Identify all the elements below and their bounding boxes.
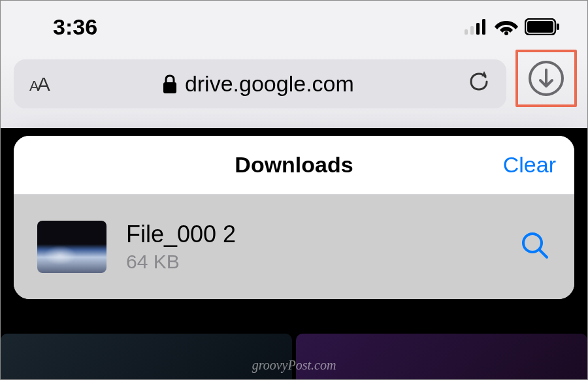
text-size-button[interactable]: AA <box>29 73 48 95</box>
svg-rect-3 <box>482 19 485 35</box>
media-tile[interactable] <box>1 334 292 379</box>
download-icon <box>528 60 564 97</box>
status-icons <box>465 18 561 35</box>
media-tile[interactable] <box>296 334 587 379</box>
file-thumbnail <box>37 221 106 273</box>
svg-line-12 <box>540 250 547 257</box>
status-time: 3:36 <box>53 14 97 40</box>
address-bar[interactable]: AA drive.google.com <box>14 59 506 108</box>
battery-icon <box>525 18 561 35</box>
svg-rect-8 <box>163 82 176 93</box>
cellular-icon <box>465 19 488 35</box>
svg-rect-0 <box>465 29 468 35</box>
downloads-button-highlight <box>515 50 577 107</box>
clear-button[interactable]: Clear <box>503 152 556 178</box>
downloads-button[interactable] <box>528 60 564 97</box>
svg-rect-7 <box>557 24 559 30</box>
svg-point-4 <box>504 31 508 35</box>
svg-rect-2 <box>476 23 480 35</box>
device-frame: 3:36 AA <box>0 0 588 380</box>
reload-button[interactable] <box>468 69 491 99</box>
download-item[interactable]: File_000 2 64 KB <box>14 195 574 299</box>
svg-rect-1 <box>470 26 474 35</box>
popover-title: Downloads <box>14 152 574 178</box>
file-info: File_000 2 64 KB <box>126 221 500 273</box>
watermark: groovyPost.com <box>252 358 336 373</box>
browser-toolbar: AA drive.google.com <box>1 53 587 128</box>
popover-header: Downloads Clear <box>14 136 574 195</box>
reveal-file-button[interactable] <box>519 230 551 264</box>
lock-icon <box>163 74 177 94</box>
file-name: File_000 2 <box>126 221 500 248</box>
status-bar: 3:36 <box>1 1 587 53</box>
svg-rect-6 <box>527 21 553 33</box>
wifi-icon <box>495 18 518 35</box>
search-icon <box>519 230 551 261</box>
url-area: drive.google.com <box>48 71 468 97</box>
reload-icon <box>468 69 491 94</box>
url-text: drive.google.com <box>185 71 354 97</box>
downloads-popover: Downloads Clear File_000 2 64 KB <box>14 136 574 299</box>
file-size: 64 KB <box>126 251 500 273</box>
